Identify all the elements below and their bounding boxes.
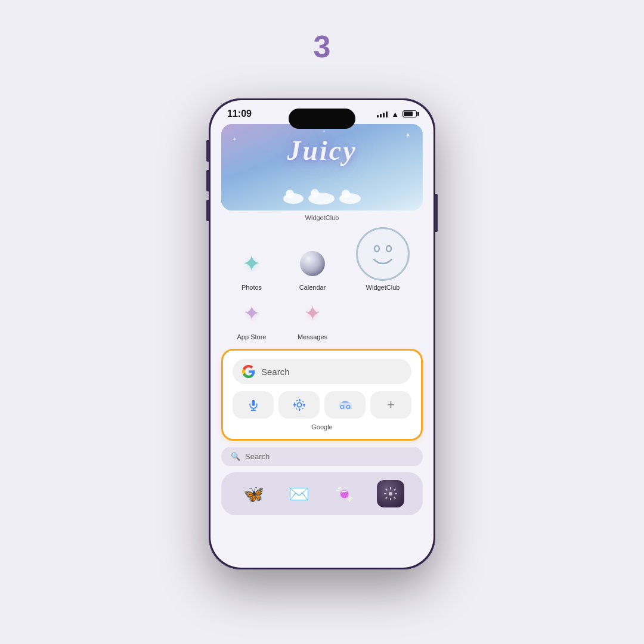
sparkle-2: ✦: [232, 136, 237, 143]
google-widget[interactable]: Search: [221, 349, 423, 441]
svg-point-1: [386, 246, 391, 252]
svg-point-0: [374, 246, 379, 252]
phone-frame: 11:09 ▲: [209, 98, 435, 569]
mail-icon: ✉️: [289, 484, 309, 504]
search-bar-text: Search: [261, 367, 402, 377]
plus-icon: +: [387, 398, 395, 411]
cloud-1: [283, 193, 304, 204]
smiley-widget: [356, 227, 410, 281]
signal-bar-4: [386, 112, 388, 117]
app-messages[interactable]: ✦ Messages: [295, 296, 330, 340]
sparkle-3: ✦: [322, 129, 326, 134]
spotlight-search-icon: 🔍: [231, 452, 240, 461]
sphere-shape: [300, 251, 325, 276]
dock: 🦋 ✉️ 🍬: [221, 472, 423, 515]
app-appstore[interactable]: ✦ App Store: [234, 296, 269, 340]
widgetclub-banner[interactable]: Juicy ✦ ✦ ✦: [221, 124, 423, 210]
signal-bar-3: [383, 113, 385, 117]
battery-fill: [404, 112, 413, 116]
appstore-icon: ✦: [234, 296, 269, 330]
screen-content: Juicy ✦ ✦ ✦ WidgetClub: [210, 124, 434, 515]
wifi-icon: ▲: [391, 110, 399, 119]
widgetclub-label: WidgetClub: [221, 214, 423, 221]
signal-bars-icon: [377, 110, 388, 117]
svg-point-5: [297, 402, 301, 407]
incognito-icon: [339, 400, 352, 410]
butterfly-icon: 🦋: [243, 484, 264, 504]
settings-gear-icon: [383, 487, 398, 501]
candy-icon: 🍬: [335, 484, 355, 504]
svg-rect-2: [252, 400, 255, 406]
page-number: 3: [314, 29, 331, 64]
dock-mail[interactable]: ✉️: [284, 478, 315, 509]
apps-row-1: ✦ Photos Calendar: [221, 227, 423, 291]
app-calendar[interactable]: Calendar: [295, 246, 330, 291]
apps-row-2: ✦ App Store ✦ Messages: [221, 296, 423, 340]
battery-icon: [402, 110, 417, 117]
cloud-2: [308, 193, 335, 205]
photos-label: Photos: [242, 284, 262, 291]
app-photos[interactable]: ✦ Photos: [234, 246, 269, 291]
google-logo: [242, 365, 255, 378]
messages-icon: ✦: [295, 296, 330, 330]
google-mic-button[interactable]: [233, 391, 274, 419]
cloud-3: [339, 193, 361, 204]
mic-icon: [247, 399, 259, 411]
app-widgetclub[interactable]: WidgetClub: [356, 227, 410, 291]
google-search-bar[interactable]: Search: [233, 359, 411, 384]
google-action-buttons: +: [233, 391, 411, 419]
calendar-label: Calendar: [299, 284, 326, 291]
google-incognito-button[interactable]: [324, 391, 366, 419]
dynamic-island: [289, 109, 355, 129]
sparkle-1: ✦: [405, 131, 411, 140]
svg-point-9: [346, 405, 349, 408]
lens-icon: [293, 398, 306, 411]
google-widget-label: Google: [233, 423, 411, 431]
smiley-face-svg: [362, 233, 404, 275]
dock-settings[interactable]: [375, 478, 406, 509]
signal-bar-1: [377, 115, 379, 117]
signal-bar-2: [380, 114, 382, 117]
appstore-label: App Store: [237, 333, 267, 340]
google-lens-button[interactable]: [278, 391, 320, 419]
messages-label: Messages: [298, 333, 327, 340]
dock-butterfly[interactable]: 🦋: [238, 478, 269, 509]
google-logo-svg: [242, 365, 255, 378]
svg-point-8: [340, 405, 343, 408]
phone-mockup: 11:09 ▲: [209, 98, 435, 569]
status-icons: ▲: [377, 110, 417, 119]
status-time: 11:09: [227, 109, 252, 119]
svg-point-10: [389, 492, 392, 496]
calendar-icon: [295, 246, 330, 281]
photos-icon: ✦: [234, 246, 269, 281]
phone-screen: 11:09 ▲: [210, 100, 434, 568]
banner-clouds: [283, 193, 361, 205]
dock-candy[interactable]: 🍬: [329, 478, 360, 509]
spotlight-search[interactable]: 🔍 Search: [221, 447, 423, 466]
settings-icon: [377, 480, 404, 507]
spotlight-search-text: Search: [245, 452, 270, 461]
widgetclub-app-label: WidgetClub: [366, 284, 400, 291]
banner-juicy-text: Juicy: [231, 135, 413, 166]
google-add-button[interactable]: +: [370, 391, 411, 419]
